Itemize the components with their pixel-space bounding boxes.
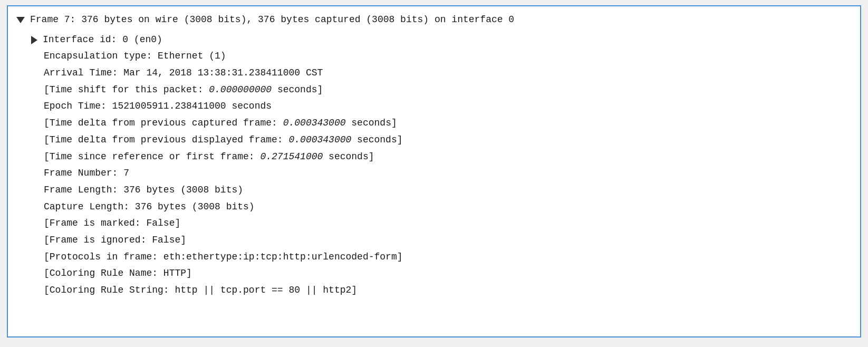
time-shift-row: [Time shift for this packet: 0.000000000…	[16, 82, 852, 99]
arrival-time-row: Arrival Time: Mar 14, 2018 13:38:31.2384…	[16, 65, 852, 82]
time-since-reference-value: 0.271541000	[260, 151, 323, 162]
time-delta-captured-value: 0.000343000	[283, 118, 346, 128]
frame-length-row: Frame Length: 376 bytes (3008 bits)	[16, 182, 852, 199]
encapsulation-type-text: Encapsulation type: Ethernet (1)	[44, 49, 226, 64]
protocols-text: [Protocols in frame: eth:ethertype:ip:tc…	[44, 249, 403, 265]
collapse-frame-icon[interactable]	[16, 17, 25, 23]
arrival-time-text: Arrival Time: Mar 14, 2018 13:38:31.2384…	[44, 65, 323, 81]
frame-marked-text: [Frame is marked: False]	[44, 216, 180, 232]
time-since-reference-row: [Time since reference or first frame: 0.…	[16, 149, 852, 166]
coloring-rule-string-row: [Coloring Rule String: http || tcp.port …	[16, 282, 852, 299]
frame-number-text: Frame Number: 7	[44, 166, 129, 181]
time-shift-text: [Time shift for this packet: 0.000000000…	[44, 82, 323, 98]
time-delta-displayed-value: 0.000343000	[288, 134, 351, 145]
time-delta-displayed-text: [Time delta from previous displayed fram…	[44, 132, 403, 148]
capture-length-row: Capture Length: 376 bytes (3008 bits)	[16, 199, 852, 216]
time-delta-captured-row: [Time delta from previous captured frame…	[16, 115, 852, 132]
epoch-time-text: Epoch Time: 1521005911.238411000 seconds	[44, 99, 272, 114]
time-delta-captured-text: [Time delta from previous captured frame…	[44, 115, 397, 131]
coloring-rule-name-text: [Coloring Rule Name: HTTP]	[44, 266, 192, 282]
epoch-time-row: Epoch Time: 1521005911.238411000 seconds	[16, 98, 852, 115]
encapsulation-type-row: Encapsulation type: Ethernet (1)	[16, 48, 852, 65]
time-shift-value: 0.000000000	[209, 84, 272, 95]
time-delta-displayed-row: [Time delta from previous displayed fram…	[16, 132, 852, 149]
frame-length-text: Frame Length: 376 bytes (3008 bits)	[44, 182, 243, 198]
frame-header-text: Frame 7: 376 bytes on wire (3008 bits), …	[30, 12, 514, 28]
coloring-rule-name-row: [Coloring Rule Name: HTTP]	[16, 265, 852, 282]
frame-header-row[interactable]: Frame 7: 376 bytes on wire (3008 bits), …	[16, 12, 852, 28]
time-since-reference-text: [Time since reference or first frame: 0.…	[44, 149, 374, 165]
frame-marked-row: [Frame is marked: False]	[16, 215, 852, 232]
packet-detail-panel: Frame 7: 376 bytes on wire (3008 bits), …	[7, 5, 861, 338]
protocols-row: [Protocols in frame: eth:ethertype:ip:tc…	[16, 249, 852, 266]
capture-length-text: Capture Length: 376 bytes (3008 bits)	[44, 199, 255, 215]
interface-id-text: Interface id: 0 (en0)	[43, 32, 162, 48]
interface-id-row[interactable]: Interface id: 0 (en0)	[16, 32, 852, 49]
frame-ignored-row: [Frame is ignored: False]	[16, 232, 852, 249]
coloring-rule-string-text: [Coloring Rule String: http || tcp.port …	[44, 283, 357, 298]
frame-number-row: Frame Number: 7	[16, 165, 852, 182]
expand-interface-icon[interactable]	[31, 36, 37, 44]
frame-ignored-text: [Frame is ignored: False]	[44, 233, 186, 248]
